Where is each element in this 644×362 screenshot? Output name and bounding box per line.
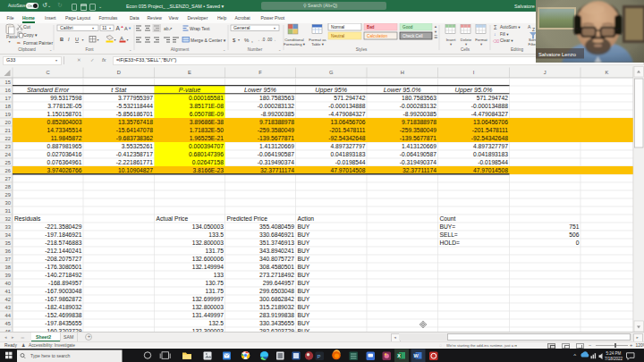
svg-text:340.8075727: 340.8075727 xyxy=(259,256,294,262)
svg-text:571.294742: 571.294742 xyxy=(334,95,366,101)
svg-text:20: 20 xyxy=(5,120,11,125)
svg-text:-0.0198544: -0.0198544 xyxy=(478,159,508,165)
svg-text:▾: ▾ xyxy=(114,38,116,42)
svg-text:-176.3080501: -176.3080501 xyxy=(45,264,82,270)
svg-text:▼: ▼ xyxy=(434,29,437,34)
svg-text:Font: Font xyxy=(85,47,94,52)
svg-text:29: 29 xyxy=(5,192,11,198)
svg-text:3.85171E-08: 3.85171E-08 xyxy=(190,103,225,109)
svg-text:-0.064190587: -0.064190587 xyxy=(258,151,295,157)
svg-text:3.974026766: 3.974026766 xyxy=(47,167,81,173)
svg-text:Clear ▾: Clear ▾ xyxy=(500,38,513,43)
svg-text:Calculation: Calculation xyxy=(367,34,388,38)
svg-text:41: 41 xyxy=(5,289,11,294)
svg-text:C: C xyxy=(46,70,49,75)
svg-text:-201.5478111: -201.5478111 xyxy=(472,127,509,133)
svg-text:130.75: 130.75 xyxy=(206,280,225,286)
svg-text:16: 16 xyxy=(5,88,11,93)
svg-text:▾: ▾ xyxy=(82,38,84,42)
svg-text:▲: ▲ xyxy=(121,24,124,29)
svg-text:751: 751 xyxy=(569,223,579,230)
svg-text:Fill ▾: Fill ▾ xyxy=(500,32,509,37)
svg-text:⌄: ⌄ xyxy=(129,47,131,52)
svg-text:Standard Error: Standard Error xyxy=(27,86,70,94)
svg-text:11.9845872: 11.9845872 xyxy=(51,135,82,141)
svg-text:132.800003: 132.800003 xyxy=(192,304,225,310)
svg-text:.00→: .00→ xyxy=(267,38,276,42)
svg-text:▼: ▼ xyxy=(128,26,131,30)
svg-text:Normal: Normal xyxy=(331,25,344,29)
svg-text:BUY: BUY xyxy=(298,240,310,246)
svg-text:-167.9862872: -167.9862872 xyxy=(45,296,82,302)
svg-text:X: X xyxy=(397,353,401,358)
svg-text:40: 40 xyxy=(5,281,11,286)
svg-text:▲: ▲ xyxy=(434,24,437,29)
svg-text:Upper 95%: Upper 95% xyxy=(315,86,348,94)
svg-text:-0.000283132: -0.000283132 xyxy=(400,103,437,109)
svg-text:-168.894957: -168.894957 xyxy=(48,280,82,286)
svg-text:E: E xyxy=(188,70,191,75)
svg-text:▾: ▾ xyxy=(450,42,453,46)
svg-text:P-value: P-value xyxy=(179,86,200,94)
svg-text:42: 42 xyxy=(5,297,11,302)
svg-text:SELL=: SELL= xyxy=(440,232,458,238)
svg-text:BUY: BUY xyxy=(298,320,310,326)
svg-text:1.413120669: 1.413120669 xyxy=(402,143,436,149)
svg-text:Calibri: Calibri xyxy=(60,25,73,30)
svg-text:BUY: BUY xyxy=(298,296,310,302)
svg-text:-92.54342648: -92.54342648 xyxy=(328,135,366,141)
svg-text:BUY: BUY xyxy=(298,280,310,286)
svg-text:25: 25 xyxy=(5,160,11,165)
svg-text:28: 28 xyxy=(5,184,11,189)
svg-text:133.5: 133.5 xyxy=(208,232,224,238)
svg-text:t Stat: t Stat xyxy=(111,86,127,94)
svg-text:⌃: ⌃ xyxy=(572,353,577,359)
svg-text:17: 17 xyxy=(5,96,11,101)
svg-text:BUY: BUY xyxy=(298,312,310,318)
svg-text:Predicted Price: Predicted Price xyxy=(227,215,268,222)
svg-text:4.897327797: 4.897327797 xyxy=(330,143,365,149)
svg-text:315.2189032: 315.2189032 xyxy=(259,304,294,310)
svg-text:-182.4189032: -182.4189032 xyxy=(45,304,82,310)
svg-text:Action: Action xyxy=(298,215,315,222)
svg-text:24: 24 xyxy=(5,152,12,157)
svg-text:131.75: 131.75 xyxy=(206,288,225,294)
svg-text:132.149994: 132.149994 xyxy=(192,264,225,270)
svg-text:Editing: Editing xyxy=(511,47,523,52)
svg-text:Neutral: Neutral xyxy=(331,34,344,38)
svg-text:-197.8435655: -197.8435655 xyxy=(45,320,82,326)
svg-text:21: 21 xyxy=(5,128,11,133)
svg-text:Wrap Text: Wrap Text xyxy=(190,26,210,31)
svg-text:-0.319490374: -0.319490374 xyxy=(258,159,295,165)
svg-text:-201.5478111: -201.5478111 xyxy=(329,127,366,133)
svg-text:13.06456706: 13.06456706 xyxy=(473,119,508,125)
svg-text:299.644957: 299.644957 xyxy=(263,280,295,286)
svg-text:Copy ▾: Copy ▾ xyxy=(23,32,38,38)
svg-text:↓: ↓ xyxy=(494,31,496,37)
svg-text:34: 34 xyxy=(5,232,12,238)
svg-text:BUY: BUY xyxy=(298,272,310,278)
svg-text:-167.9003048: -167.9003048 xyxy=(45,288,82,294)
svg-text:Paste: Paste xyxy=(6,34,18,39)
svg-text:38: 38 xyxy=(5,265,11,270)
svg-text:-5.856186701: -5.856186701 xyxy=(116,111,154,117)
svg-text:5:24 PM: 5:24 PM xyxy=(606,351,622,356)
svg-text:99.5317598: 99.5317598 xyxy=(50,95,82,101)
svg-text:-0.000283132: -0.000283132 xyxy=(258,103,295,109)
svg-text:-0.0198544: -0.0198544 xyxy=(335,159,366,165)
svg-text:-259.3580049: -259.3580049 xyxy=(258,127,295,133)
svg-text:35: 35 xyxy=(5,240,11,246)
svg-text:4.897327797: 4.897327797 xyxy=(473,143,508,149)
svg-text:330.6846921: 330.6846921 xyxy=(259,232,294,238)
svg-text:K: K xyxy=(606,70,609,75)
svg-text:45: 45 xyxy=(5,321,11,326)
svg-text:27: 27 xyxy=(5,176,11,181)
svg-text:506: 506 xyxy=(569,232,579,238)
svg-text:3.8166E-23: 3.8166E-23 xyxy=(192,167,224,173)
svg-text:BUY: BUY xyxy=(298,248,310,254)
svg-text:6.05078E-09: 6.05078E-09 xyxy=(190,111,225,117)
svg-text:-9.683738362: -9.683738362 xyxy=(116,135,154,141)
svg-text:13.06456706: 13.06456706 xyxy=(330,119,365,125)
svg-text:-0.319490374: -0.319490374 xyxy=(400,159,437,165)
svg-text:✏: ✏ xyxy=(17,40,21,46)
